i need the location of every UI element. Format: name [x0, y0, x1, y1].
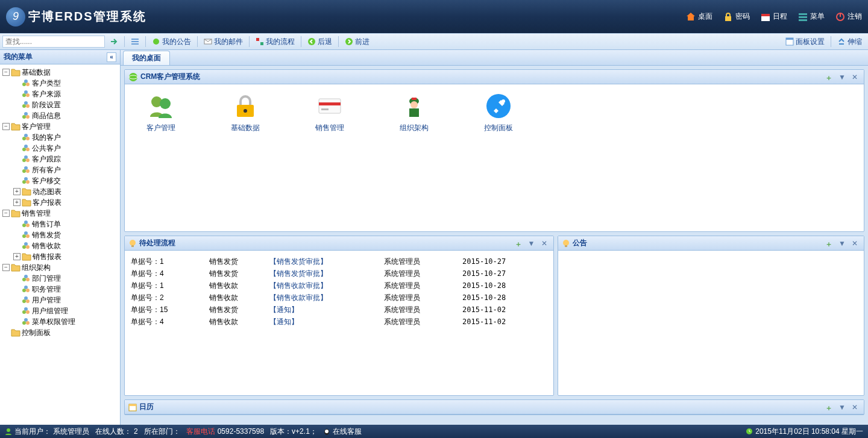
tree-item[interactable]: −组织架构	[0, 262, 120, 273]
flow-link[interactable]: 【销售发货审批】	[269, 257, 384, 267]
nav-password[interactable]: 密码	[723, 11, 750, 22]
tree-item[interactable]: 阶段设置	[0, 99, 120, 110]
panel-collapse-button[interactable]: ▼	[838, 239, 847, 248]
nav-schedule[interactable]: 日程	[761, 11, 787, 22]
flow-link[interactable]: 【销售收款审批】	[269, 281, 384, 291]
tree-item[interactable]: −客户管理	[0, 121, 120, 132]
svg-point-45	[26, 180, 30, 184]
tree-item[interactable]: 用户组管理	[0, 305, 120, 316]
flow-link[interactable]: 【销售收款审批】	[269, 293, 384, 303]
tree-item[interactable]: 用户管理	[0, 295, 120, 305]
flow-link[interactable]: 【通知】	[269, 305, 384, 315]
panel-collapse-button[interactable]: ▼	[528, 239, 536, 248]
flow-date: 2015-10-28	[462, 281, 529, 290]
expand-icon	[837, 37, 846, 46]
flow-link[interactable]: 【销售发货审批】	[269, 269, 384, 279]
tree-item-label: 职务管理	[32, 284, 61, 295]
go-icon	[110, 37, 118, 46]
svg-point-20	[22, 83, 26, 86]
flow-type: 销售发货	[209, 269, 269, 279]
panel-add-button[interactable]: ＋	[825, 73, 834, 81]
svg-rect-4	[799, 16, 807, 18]
tree-item-label: 动态图表	[33, 187, 61, 197]
panel-collapse-button[interactable]: ▼	[838, 73, 847, 81]
nav-logout[interactable]: 注销	[835, 11, 862, 22]
leaf-icon	[22, 220, 30, 228]
tree-item[interactable]: 我的客户	[0, 132, 120, 143]
crm-item[interactable]: 组织架构	[390, 93, 438, 133]
my-notice-button[interactable]: 我的公告	[148, 36, 195, 48]
svg-point-87	[563, 240, 569, 246]
online-cs-button[interactable]: 在线客服	[323, 427, 362, 437]
tree-item[interactable]: 部门管理	[0, 273, 120, 284]
panel-settings-button[interactable]: 面板设置	[782, 36, 828, 48]
crm-item[interactable]: 销售管理	[306, 93, 354, 133]
svg-point-55	[24, 275, 28, 278]
sidebar-collapse-button[interactable]: «	[107, 52, 116, 62]
tree-item[interactable]: +动态图表	[0, 186, 120, 197]
card-icon	[316, 93, 343, 119]
panel-collapse-button[interactable]: ▼	[838, 403, 847, 411]
tree-item[interactable]: −基础数据	[0, 67, 120, 78]
svg-point-23	[22, 93, 26, 97]
tree-item[interactable]: 销售发货	[0, 230, 120, 240]
tree-toggle-icon[interactable]: −	[2, 264, 10, 271]
nav-menu[interactable]: 菜单	[798, 11, 825, 22]
tree-toggle-icon[interactable]: −	[2, 210, 10, 217]
tree-item[interactable]: 所有客户	[0, 164, 120, 175]
svg-point-19	[24, 80, 28, 83]
tree-toggle-icon[interactable]: +	[13, 253, 20, 260]
tree-toggle-icon[interactable]: −	[2, 69, 10, 76]
back-button[interactable]: 后退	[304, 36, 336, 48]
my-flow-button[interactable]: 我的流程	[252, 36, 298, 48]
panel-close-button[interactable]: ✕	[852, 403, 860, 411]
tree-item[interactable]: +客户报表	[0, 197, 120, 208]
tree-item[interactable]: 客户类型	[0, 78, 120, 89]
panel-close-button[interactable]: ✕	[541, 239, 550, 248]
my-mail-button[interactable]: 我的邮件	[200, 36, 247, 48]
panel-close-button[interactable]: ✕	[852, 239, 860, 248]
svg-point-57	[26, 278, 30, 281]
panel-add-button[interactable]: ＋	[825, 403, 834, 411]
panel-add-button[interactable]: ＋	[825, 239, 834, 248]
tree-item[interactable]: 客户跟踪	[0, 154, 120, 164]
tree-item[interactable]: 商品信息	[0, 110, 120, 121]
tree-item[interactable]: 客户来源	[0, 89, 120, 99]
tree-item[interactable]: 控制面板	[0, 327, 120, 338]
tree-toggle-icon[interactable]: −	[2, 123, 10, 130]
users-icon	[148, 93, 174, 119]
search-input[interactable]	[2, 36, 105, 48]
tree-item[interactable]: +销售报表	[0, 251, 120, 262]
crm-item[interactable]: 控制面板	[474, 93, 523, 133]
search-go-button[interactable]	[106, 36, 122, 47]
tree-item-label: 销售收款	[32, 241, 61, 251]
panel-add-button[interactable]: ＋	[515, 239, 523, 248]
tree-item[interactable]: 菜单权限管理	[0, 316, 120, 327]
tree-item[interactable]: 职务管理	[0, 284, 120, 295]
tree-item[interactable]: 公共客户	[0, 143, 120, 154]
tree-toggle-icon[interactable]: +	[13, 188, 20, 195]
crm-item[interactable]: 客户管理	[137, 93, 185, 133]
separator	[831, 36, 831, 47]
tab-desktop[interactable]: 我的桌面	[123, 51, 170, 65]
leaf-icon	[22, 133, 30, 142]
svg-point-83	[486, 94, 511, 118]
tree-item[interactable]: −销售管理	[0, 208, 120, 219]
tree-item[interactable]: 销售订单	[0, 219, 120, 230]
tree-item[interactable]: 客户移交	[0, 175, 120, 186]
soldier-icon	[401, 93, 427, 119]
panel-close-button[interactable]: ✕	[852, 73, 860, 81]
nav-desktop[interactable]: 桌面	[686, 11, 712, 22]
refresh-button[interactable]	[127, 36, 143, 47]
folder-icon	[22, 252, 31, 261]
flow-link[interactable]: 【通知】	[269, 317, 384, 327]
svg-rect-86	[131, 245, 134, 247]
stretch-button[interactable]: 伸缩	[834, 36, 866, 48]
forward-button[interactable]: 前进	[341, 36, 373, 48]
flow-date: 2015-10-28	[462, 293, 529, 302]
flow-type: 销售发货	[209, 257, 269, 267]
crm-item[interactable]: 基础数据	[221, 93, 269, 133]
nav-tree: −基础数据客户类型客户来源阶段设置商品信息−客户管理我的客户公共客户客户跟踪所有…	[0, 64, 120, 425]
tree-toggle-icon[interactable]: +	[13, 199, 20, 206]
tree-item[interactable]: 销售收款	[0, 240, 120, 251]
